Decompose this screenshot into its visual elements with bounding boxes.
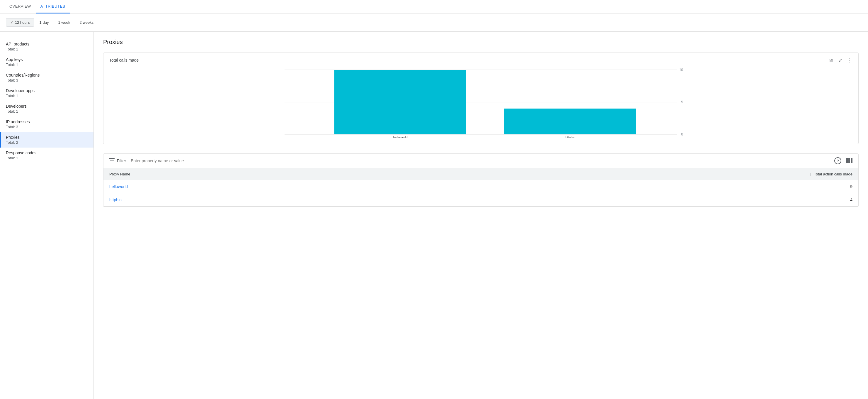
table-row: helloworld 9 — [103, 180, 858, 193]
time-filter-1day[interactable]: 1 day — [35, 19, 53, 26]
filter-icon — [109, 158, 115, 164]
svg-rect-11 — [846, 158, 848, 163]
tab-attributes[interactable]: ATTRIBUTES — [36, 0, 70, 13]
svg-rect-13 — [851, 158, 852, 163]
chart-card: Total calls made ≅ ⤢ ⋮ 10 5 0 — [103, 53, 859, 144]
time-filter-12hours[interactable]: ✓ 12 hours — [6, 18, 34, 27]
svg-rect-12 — [848, 158, 850, 163]
sidebar-item-app-keys[interactable]: App keys Total: 1 — [0, 54, 93, 70]
svg-text:helloworld: helloworld — [393, 136, 408, 138]
time-filter-2weeks[interactable]: 2 weeks — [75, 19, 98, 26]
svg-text:5: 5 — [681, 100, 683, 104]
columns-icon[interactable] — [846, 158, 852, 164]
filter-right-icons: ? — [834, 157, 852, 164]
col-total-calls[interactable]: ↓ Total action calls made — [386, 168, 858, 180]
proxy-name-link-helloworld[interactable]: helloworld — [109, 184, 128, 189]
filter-input[interactable] — [128, 159, 832, 163]
sort-down-icon: ↓ — [810, 172, 812, 176]
sidebar-item-developer-apps[interactable]: Developer apps Total: 1 — [0, 85, 93, 101]
chart-fullscreen-icon[interactable]: ⤢ — [838, 57, 842, 63]
data-table: Proxy Name ↓ Total action calls made hel… — [103, 168, 858, 206]
chart-header: Total calls made ≅ ⤢ ⋮ — [103, 53, 858, 67]
page-title: Proxies — [103, 39, 859, 46]
svg-text:0: 0 — [681, 132, 683, 136]
sidebar-item-api-products[interactable]: API products Total: 1 — [0, 39, 93, 54]
svg-text:10: 10 — [679, 68, 683, 72]
time-filter-1week[interactable]: 1 week — [54, 19, 74, 26]
sidebar: API products Total: 1 App keys Total: 1 … — [0, 32, 94, 399]
proxy-name-cell: helloworld — [103, 180, 386, 193]
checkmark-icon: ✓ — [10, 21, 13, 25]
sidebar-item-proxies[interactable]: Proxies Total: 2 — [0, 132, 93, 148]
tab-overview[interactable]: OVERVIEW — [5, 0, 36, 13]
table-row: httpbin 4 — [103, 193, 858, 206]
filter-label: Filter — [117, 159, 126, 163]
chart-legend-icon[interactable]: ≅ — [829, 57, 833, 63]
help-icon[interactable]: ? — [834, 157, 841, 164]
chart-title: Total calls made — [109, 58, 138, 62]
chart-container: 10 5 0 helloworld httpbin — [103, 67, 858, 144]
sidebar-item-developers[interactable]: Developers Total: 1 — [0, 101, 93, 116]
svg-text:httpbin: httpbin — [565, 136, 575, 138]
table-card: Filter ? — [103, 153, 859, 207]
filter-bar: Filter ? — [103, 154, 858, 168]
chart-actions: ≅ ⤢ ⋮ — [829, 57, 852, 63]
top-tabs-bar: OVERVIEW ATTRIBUTES — [0, 0, 868, 13]
proxy-calls-cell: 4 — [386, 193, 858, 206]
main-layout: API products Total: 1 App keys Total: 1 … — [0, 32, 868, 399]
sidebar-item-response-codes[interactable]: Response codes Total: 1 — [0, 148, 93, 163]
proxy-name-link-httpbin[interactable]: httpbin — [109, 197, 122, 202]
bar-chart: 10 5 0 helloworld httpbin — [109, 67, 852, 138]
proxy-name-cell: httpbin — [103, 193, 386, 206]
content-area: Proxies Total calls made ≅ ⤢ ⋮ 10 5 0 — [94, 32, 868, 399]
sidebar-item-ip-addresses[interactable]: IP addresses Total: 3 — [0, 116, 93, 132]
bar-helloworld[interactable] — [334, 70, 466, 134]
sidebar-item-countries-regions[interactable]: Countries/Regions Total: 3 — [0, 70, 93, 85]
col-proxy-name[interactable]: Proxy Name — [103, 168, 386, 180]
chart-more-icon[interactable]: ⋮ — [847, 57, 852, 63]
proxy-calls-cell: 9 — [386, 180, 858, 193]
table-header-row: Proxy Name ↓ Total action calls made — [103, 168, 858, 180]
time-filter-bar: ✓ 12 hours 1 day 1 week 2 weeks — [0, 13, 868, 32]
bar-httpbin[interactable] — [504, 109, 636, 134]
